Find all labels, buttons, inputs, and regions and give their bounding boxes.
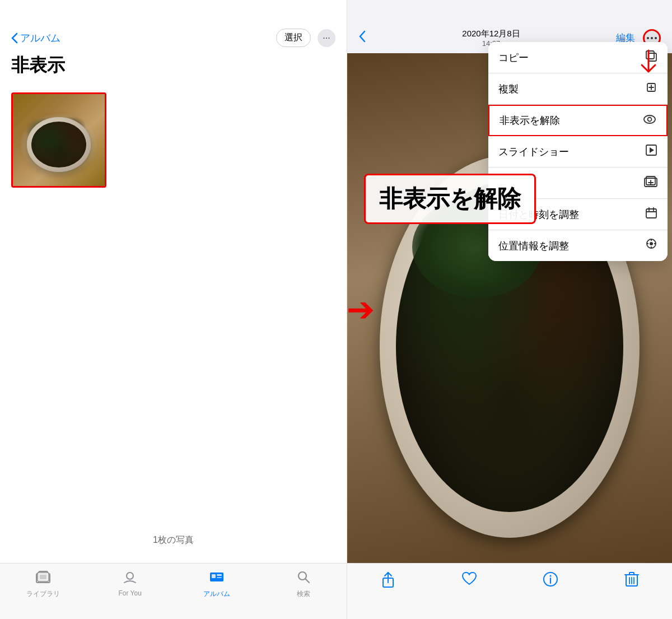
header-date: 2020年12月8日: [462, 29, 520, 39]
back-button-left[interactable]: アルバム: [11, 31, 60, 45]
more-button-left[interactable]: ···: [318, 29, 335, 47]
info-button[interactable]: [534, 571, 567, 591]
tab-search[interactable]: 検索: [284, 570, 323, 599]
favorite-button[interactable]: [452, 571, 486, 590]
svg-rect-27: [646, 209, 656, 218]
menu-item-unhide[interactable]: 非表示を解除: [488, 105, 668, 136]
svg-point-32: [650, 242, 653, 245]
heart-icon: [461, 571, 477, 590]
photo-thumbnail[interactable]: [11, 92, 106, 188]
arrow-container: ➔: [347, 293, 375, 327]
add-album-icon: [644, 175, 657, 190]
menu-item-slideshow[interactable]: スライドショー: [488, 136, 668, 167]
svg-point-12: [651, 37, 653, 39]
unhide-overlay-text: 非表示を解除: [379, 185, 521, 212]
adjust-location-label: 位置情報を調整: [498, 239, 569, 253]
slideshow-label: スライドショー: [498, 145, 569, 159]
svg-point-40: [549, 575, 551, 577]
left-header-actions: 選択 ···: [276, 29, 335, 47]
chevron-left-icon: [11, 32, 18, 44]
chevron-left-icon-right: [358, 30, 366, 43]
search-label: 検索: [297, 589, 310, 599]
tab-album[interactable]: アルバム: [197, 570, 236, 599]
share-icon: [381, 571, 395, 592]
foryou-icon: [122, 570, 138, 587]
select-button[interactable]: 選択: [276, 29, 311, 47]
delete-button[interactable]: [615, 571, 648, 591]
svg-rect-43: [629, 573, 634, 575]
photo-count: 1枚の写真: [0, 534, 347, 563]
play-icon: [645, 144, 657, 159]
copy-label: コピー: [498, 51, 529, 64]
left-content: [0, 87, 347, 534]
info-icon: [543, 571, 558, 591]
down-arrow-indicator: [637, 49, 660, 80]
svg-point-20: [648, 117, 652, 121]
unhide-label: 非表示を解除: [500, 114, 560, 127]
calendar-icon: [645, 207, 657, 222]
search-icon: [297, 570, 310, 587]
food-shape: [31, 122, 86, 167]
duplicate-icon: [645, 81, 657, 96]
red-arrow-right: ➔: [347, 293, 375, 327]
eye-icon: [643, 114, 656, 127]
left-header: アルバム 選択 ···: [0, 0, 347, 53]
left-panel: アルバム 選択 ··· 非表示 1枚の写真 ➔ ライブラリ: [0, 0, 347, 619]
svg-rect-3: [40, 575, 46, 579]
tab-library[interactable]: ライブラリ: [24, 570, 63, 599]
svg-marker-22: [650, 147, 654, 153]
svg-point-13: [655, 37, 657, 39]
album-icon: [209, 570, 225, 587]
dots-icon: [647, 37, 657, 39]
svg-line-10: [305, 579, 309, 583]
location-icon: [645, 238, 657, 253]
svg-rect-8: [217, 577, 222, 578]
duplicate-label: 複製: [498, 82, 519, 96]
svg-point-4: [127, 573, 133, 579]
foryou-label: For You: [118, 589, 141, 597]
back-button-right[interactable]: [358, 30, 366, 45]
unhide-text-overlay: 非表示を解除: [364, 174, 536, 224]
library-icon: [35, 570, 51, 587]
tab-bar-left: ライブラリ For You アルバム 検索: [0, 563, 347, 619]
svg-rect-7: [217, 574, 222, 576]
share-button[interactable]: [371, 571, 405, 592]
tab-bar-right: [347, 563, 672, 619]
photo-count-label: 1枚の写真: [153, 535, 194, 544]
trash-icon: [624, 571, 639, 591]
library-label: ライブラリ: [26, 589, 60, 599]
right-panel: 2020年12月8日 14:27 編集 コピー: [347, 0, 672, 619]
svg-point-11: [647, 37, 649, 39]
menu-item-adjust-location[interactable]: 位置情報を調整: [488, 230, 668, 261]
svg-point-19: [644, 115, 655, 123]
down-arrow-svg: [637, 49, 660, 77]
back-label-left: アルバム: [20, 31, 60, 45]
page-title: 非表示: [0, 53, 347, 87]
svg-rect-6: [212, 574, 216, 578]
tab-foryou[interactable]: For You: [110, 570, 150, 597]
album-label: アルバム: [203, 589, 230, 599]
